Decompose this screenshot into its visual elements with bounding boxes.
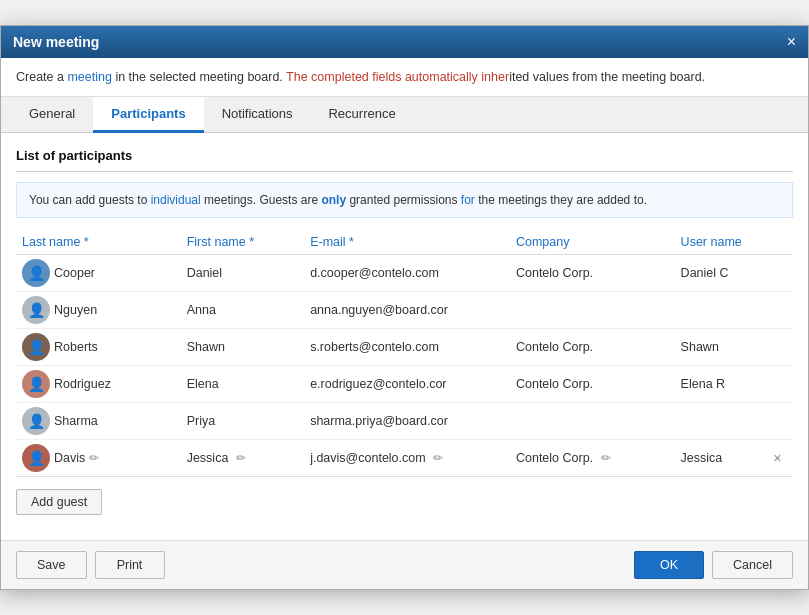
lastname-cell: 👤 Roberts [16, 329, 181, 366]
email-value: d.cooper@contelo.com [310, 266, 439, 280]
email-cell: sharma.priya@board.cor [304, 403, 510, 440]
col-header-email: E-mail * [304, 230, 510, 255]
firstname-cell: Elena [181, 366, 304, 403]
username-value: Shawn [681, 340, 719, 354]
company-cell: Contelo Corp. ✏ [510, 440, 675, 477]
avatar: 👤 [22, 407, 50, 435]
cancel-button[interactable]: Cancel [712, 551, 793, 579]
col-header-firstname: First name * [181, 230, 304, 255]
email-value: e.rodriguez@contelo.cor [310, 377, 446, 391]
col-header-action [767, 230, 793, 255]
action-cell [767, 255, 793, 292]
firstname-cell: Jessica ✏ [181, 440, 304, 477]
dialog-footer: Save Print OK Cancel [1, 540, 808, 589]
info-bar: Create a meeting in the selected meeting… [1, 58, 808, 98]
info-text-1: Create a meeting in the selected meeting… [16, 70, 705, 84]
firstname-cell: Daniel [181, 255, 304, 292]
edit-lastname-icon[interactable]: ✏ [89, 451, 99, 465]
action-cell [767, 292, 793, 329]
dialog-title: New meeting [13, 34, 99, 50]
company-cell [510, 292, 675, 329]
tab-participants[interactable]: Participants [93, 97, 203, 133]
edit-company-icon[interactable]: ✏ [601, 451, 611, 465]
print-button[interactable]: Print [95, 551, 165, 579]
email-cell: s.roberts@contelo.com [304, 329, 510, 366]
email-cell: anna.nguyen@board.cor [304, 292, 510, 329]
email-value: anna.nguyen@board.cor [310, 303, 448, 317]
section-divider [16, 171, 793, 172]
lastname-value: Roberts [54, 340, 98, 354]
close-button[interactable]: × [787, 34, 796, 50]
company-cell: Contelo Corp. [510, 329, 675, 366]
email-cell: e.rodriguez@contelo.cor [304, 366, 510, 403]
firstname-value: Priya [187, 414, 215, 428]
table-row: 👤 Sharma Priya sharma.priya@board.cor [16, 403, 793, 440]
avatar: 👤 [22, 259, 50, 287]
table-row: 👤 Davis ✏ Jessica ✏ j.davis@contelo.com … [16, 440, 793, 477]
add-guest-button[interactable]: Add guest [16, 489, 102, 515]
email-value: s.roberts@contelo.com [310, 340, 439, 354]
firstname-value: Anna [187, 303, 216, 317]
tab-recurrence[interactable]: Recurrence [310, 97, 413, 133]
firstname-value: Elena [187, 377, 219, 391]
lastname-cell: 👤 Cooper [16, 255, 181, 292]
username-value: Jessica [681, 451, 723, 465]
firstname-value: Jessica [187, 451, 229, 465]
tabs-bar: General Participants Notifications Recur… [1, 97, 808, 133]
firstname-cell: Shawn [181, 329, 304, 366]
table-row: 👤 Roberts Shawn s.roberts@contelo.com Co… [16, 329, 793, 366]
username-cell [675, 403, 768, 440]
tab-content: List of participants You can add guests … [1, 133, 808, 530]
save-button[interactable]: Save [16, 551, 87, 579]
avatar: 👤 [22, 444, 50, 472]
table-row: 👤 Nguyen Anna anna.nguyen@board.cor [16, 292, 793, 329]
lastname-cell: 👤 Sharma [16, 403, 181, 440]
avatar: 👤 [22, 333, 50, 361]
ok-button[interactable]: OK [634, 551, 704, 579]
section-title: List of participants [16, 148, 793, 163]
firstname-value: Daniel [187, 266, 222, 280]
delete-row-button[interactable]: × [773, 450, 781, 466]
company-value: Contelo Corp. [516, 451, 593, 465]
edit-firstname-icon[interactable]: ✏ [236, 451, 246, 465]
tab-general[interactable]: General [11, 97, 93, 133]
participants-table: Last name * First name * E-mail * Compan… [16, 230, 793, 477]
company-value: Contelo Corp. [516, 266, 593, 280]
email-value: j.davis@contelo.com [310, 451, 426, 465]
lastname-value: Rodriguez [54, 377, 111, 391]
company-value: Contelo Corp. [516, 377, 593, 391]
action-cell [767, 366, 793, 403]
table-header-row: Last name * First name * E-mail * Compan… [16, 230, 793, 255]
lastname-value: Sharma [54, 414, 98, 428]
lastname-cell: 👤 Davis ✏ [16, 440, 181, 477]
edit-email-icon[interactable]: ✏ [433, 451, 443, 465]
lastname-value: Cooper [54, 266, 95, 280]
col-header-company: Company [510, 230, 675, 255]
col-header-username: User name [675, 230, 768, 255]
username-cell: Jessica [675, 440, 768, 477]
company-cell [510, 403, 675, 440]
col-header-lastname: Last name * [16, 230, 181, 255]
footer-right: OK Cancel [634, 551, 793, 579]
firstname-value: Shawn [187, 340, 225, 354]
username-value: Daniel C [681, 266, 729, 280]
username-cell: Daniel C [675, 255, 768, 292]
new-meeting-dialog: New meeting × Create a meeting in the se… [0, 25, 809, 591]
footer-left: Save Print [16, 551, 165, 579]
tab-notifications[interactable]: Notifications [204, 97, 311, 133]
firstname-cell: Priya [181, 403, 304, 440]
delete-cell: × [767, 440, 793, 477]
username-cell: Elena R [675, 366, 768, 403]
action-cell [767, 403, 793, 440]
email-cell: j.davis@contelo.com ✏ [304, 440, 510, 477]
avatar: 👤 [22, 296, 50, 324]
username-cell: Shawn [675, 329, 768, 366]
table-row: 👤 Rodriguez Elena e.rodriguez@contelo.co… [16, 366, 793, 403]
company-value: Contelo Corp. [516, 340, 593, 354]
title-bar: New meeting × [1, 26, 808, 58]
username-value: Elena R [681, 377, 725, 391]
action-cell [767, 329, 793, 366]
lastname-cell: 👤 Nguyen [16, 292, 181, 329]
email-value: sharma.priya@board.cor [310, 414, 448, 428]
company-cell: Contelo Corp. [510, 255, 675, 292]
